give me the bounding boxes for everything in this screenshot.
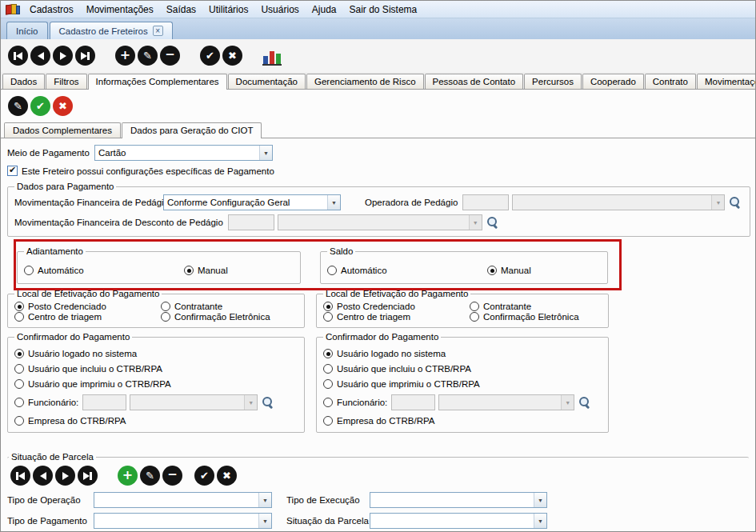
parcela-cancel-button[interactable]: ✖: [217, 466, 237, 486]
tab-percursos[interactable]: Percursos: [524, 74, 582, 89]
menu-item-utilitarios[interactable]: Utilitários: [202, 2, 254, 18]
add-button[interactable]: +: [115, 46, 135, 66]
right-radio-funcionario[interactable]: Funcionário:: [323, 398, 387, 407]
tab-cadastro-de-freteiros[interactable]: Cadastro de Freteiros ×: [50, 22, 173, 39]
tipo-execucao-select[interactable]: ▼: [370, 492, 547, 508]
close-icon[interactable]: ×: [153, 26, 163, 36]
tab-pessoas-de-contato[interactable]: Pessoas de Contato: [425, 74, 524, 89]
mov-fin-desconto-code-input: [228, 214, 274, 230]
radio-icon: [14, 379, 24, 389]
parcela-confirm-button[interactable]: ✔: [194, 466, 214, 486]
config-especifica-checkbox[interactable]: [7, 166, 18, 176]
tab-dados-complementares[interactable]: Dados Complementares: [4, 122, 121, 138]
left-radio-usuario-imprimiu[interactable]: Usuário que imprimiu o CTRB/RPA: [14, 379, 171, 389]
right-radio-usuario-imprimiu[interactable]: Usuário que imprimiu o CTRB/RPA: [323, 379, 480, 389]
x-icon: ✖: [222, 470, 231, 481]
menu-item-saidas[interactable]: Saídas: [160, 2, 202, 18]
tab-movimentacoes[interactable]: Movimentações: [697, 74, 756, 89]
edit-toolbar: ✎ ✔ ✖: [1, 90, 755, 122]
left-radio-usuario-logado[interactable]: Usuário logado no sistema: [14, 349, 137, 358]
tab-contrato[interactable]: Contrato: [645, 74, 696, 89]
form-cancel-button[interactable]: ✖: [53, 96, 73, 116]
menubar: Cadastros Movimentações Saídas Utilitári…: [1, 1, 755, 18]
prev-record-button[interactable]: [30, 46, 50, 66]
tab-dados-geracao-ciot[interactable]: Dados para Geração do CIOT: [122, 122, 262, 138]
saldo-radio-manual[interactable]: Manual: [487, 266, 531, 275]
meio-pagamento-select[interactable]: Cartão ▼: [94, 145, 273, 161]
operadora-pedagio-code-input: [462, 194, 509, 210]
right-radio-centro-triagem[interactable]: Centro de triagem: [323, 312, 470, 322]
chevron-down-icon: ▼: [258, 493, 271, 507]
situacao-parcela-section: Situação de Parcela: [7, 452, 749, 463]
right-radio-confirmacao-eletronica[interactable]: Confirmação Eletrônica: [470, 312, 579, 322]
main-tab-strip: Dados Filtros Informações Complementares…: [1, 72, 755, 90]
adiantamento-radio-manual[interactable]: Manual: [184, 266, 228, 275]
chevron-down-icon: ▼: [711, 195, 724, 210]
parcela-next-button[interactable]: [55, 466, 75, 486]
adiantamento-radio-automatico[interactable]: Automático: [24, 266, 184, 275]
parcela-last-button[interactable]: [78, 466, 98, 486]
tab-filtros[interactable]: Filtros: [46, 74, 86, 89]
tab-inicio[interactable]: Início: [6, 22, 48, 39]
edit-button[interactable]: ✎: [138, 46, 158, 66]
left-radio-contratante[interactable]: Contratante: [161, 302, 222, 311]
last-record-button[interactable]: [75, 46, 95, 66]
left-funcionario-search-icon[interactable]: [262, 396, 274, 409]
next-record-button[interactable]: [53, 46, 73, 66]
confirm-button[interactable]: ✔: [200, 46, 220, 66]
first-record-button[interactable]: [8, 46, 28, 66]
right-radio-usuario-logado[interactable]: Usuário logado no sistema: [323, 349, 446, 358]
form-confirm-button[interactable]: ✔: [30, 96, 50, 116]
operadora-pedagio-search-icon[interactable]: [729, 196, 742, 209]
left-radio-empresa-ctrb[interactable]: Empresa do CTRB/RPA: [14, 416, 126, 426]
tab-dados[interactable]: Dados: [2, 74, 45, 89]
right-radio-usuario-incluiu[interactable]: Usuário que incluiu o CTRB/RPA: [323, 364, 471, 374]
app-icon: [6, 3, 20, 15]
parcela-edit-button[interactable]: ✎: [140, 466, 160, 486]
radio-icon: [184, 266, 194, 275]
mov-fin-pedagio-label: Movimentação Financeira de Pedágio: [14, 198, 158, 207]
tab-cadastro-de-freteiros-label: Cadastro de Freteiros: [59, 26, 148, 36]
radio-icon: [14, 364, 24, 374]
menu-item-movimentacoes[interactable]: Movimentações: [80, 2, 160, 18]
minus-icon: −: [165, 49, 175, 61]
parcela-delete-button[interactable]: −: [162, 466, 182, 486]
parcela-add-button[interactable]: +: [118, 466, 138, 486]
chart-button[interactable]: [262, 46, 282, 66]
parcela-prev-button[interactable]: [33, 466, 53, 486]
left-radio-funcionario[interactable]: Funcionário:: [14, 398, 78, 407]
form-edit-button[interactable]: ✎: [8, 96, 28, 116]
menu-item-ajuda[interactable]: Ajuda: [306, 2, 343, 18]
right-radio-contratante[interactable]: Contratante: [470, 302, 531, 311]
left-radio-centro-triagem[interactable]: Centro de triagem: [14, 312, 161, 322]
tab-cooperado[interactable]: Cooperado: [582, 74, 644, 89]
tab-documentacao[interactable]: Documentação: [228, 74, 306, 89]
left-radio-confirmacao-eletronica[interactable]: Confirmação Eletrônica: [161, 312, 270, 322]
right-radio-posto-credenciado[interactable]: Posto Credenciado: [323, 302, 470, 311]
tipo-pagamento-select[interactable]: ▼: [94, 513, 272, 529]
right-radio-empresa-ctrb[interactable]: Empresa do CTRB/RPA: [323, 416, 435, 426]
delete-button[interactable]: −: [160, 46, 180, 66]
right-funcionario-search-icon[interactable]: [578, 396, 591, 409]
left-radio-posto-credenciado[interactable]: Posto Credenciado: [14, 302, 161, 311]
menu-item-usuarios[interactable]: Usuários: [254, 2, 305, 18]
local-efetivacao-legend: Local de Efetivação do Pagamento: [323, 289, 470, 298]
tab-gerenciamento-de-risco[interactable]: Gerenciamento de Risco: [306, 74, 424, 89]
cancel-button[interactable]: ✖: [222, 46, 242, 66]
left-radio-usuario-incluiu[interactable]: Usuário que incluiu o CTRB/RPA: [14, 364, 162, 374]
saldo-radio-automatico[interactable]: Automático: [327, 266, 487, 275]
tab-informacoes-complementares[interactable]: Informações Complementares: [88, 74, 227, 90]
dados-pagamento-legend: Dados para Pagamento: [14, 182, 116, 191]
mov-fin-pedagio-select[interactable]: Conforme Configuração Geral ▼: [163, 194, 341, 210]
menu-item-cadastros[interactable]: Cadastros: [23, 2, 80, 18]
mov-fin-desconto-search-icon[interactable]: [486, 216, 499, 229]
confirmador-legend: Confirmador do Pagamento: [323, 332, 441, 342]
radio-icon: [323, 349, 333, 358]
menu-item-sair-do-sistema[interactable]: Sair do Sistema: [343, 2, 424, 18]
chevron-down-icon: ▼: [259, 146, 272, 160]
confirmador-left-group: Confirmador do Pagamento Usuário logado …: [7, 332, 305, 433]
last-icon: [83, 472, 90, 480]
situacao-parcela-select[interactable]: ▼: [370, 513, 547, 529]
tipo-operacao-select[interactable]: ▼: [94, 492, 272, 508]
parcela-first-button[interactable]: [10, 466, 30, 486]
